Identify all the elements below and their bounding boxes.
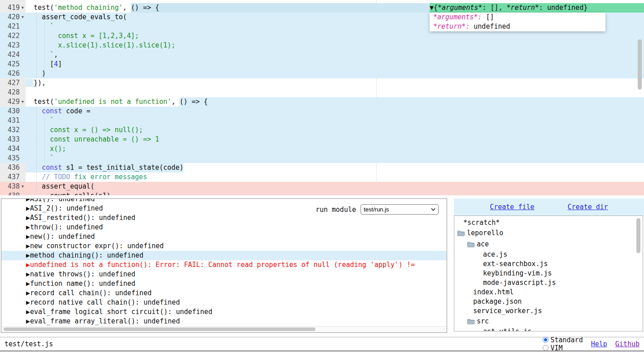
tree-dir-leporello[interactable]: leporello — [454, 228, 643, 239]
code-token — [26, 79, 34, 87]
gutter-cell[interactable]: 437 — [0, 172, 26, 182]
test-result-item-failed[interactable]: ▶undefined is not a function(): Error: F… — [1, 260, 447, 270]
gutter-cell[interactable]: 426 — [0, 69, 26, 78]
code-token: ` — [26, 51, 54, 59]
code-line-424[interactable]: 424 `, — [0, 50, 644, 60]
code-line-426[interactable]: 426 ) — [0, 69, 644, 78]
tree-file-keybinding-vim-js[interactable]: keybinding-vim.js — [454, 269, 643, 278]
test-result-item[interactable]: ▶throw(): undefined — [1, 223, 447, 232]
gutter-cell[interactable]: 425 — [0, 60, 26, 69]
code-token — [26, 164, 42, 172]
tree-file-index-html[interactable]: index.html — [454, 288, 643, 297]
radio-icon[interactable] — [543, 337, 548, 343]
code-line-427[interactable]: 427 }), — [0, 78, 644, 88]
code-line-437[interactable]: 437 // TODO fix error messages — [0, 172, 644, 182]
test-result-item[interactable]: ▶record native call chain(): undefined — [1, 298, 447, 307]
file-tree-scrollbar[interactable] — [636, 218, 640, 253]
fold-arrow-icon[interactable]: ▼ — [20, 3, 26, 13]
gutter-cell[interactable]: 435 — [0, 154, 26, 163]
gutter-cell[interactable]: 433 — [0, 135, 26, 144]
scrollbar-thumb[interactable] — [4, 327, 315, 331]
tree-file-mode-javascript-js[interactable]: mode-javascript.js — [454, 278, 643, 288]
test-result-item[interactable]: ▶new constructor expr(): undefined — [1, 241, 447, 251]
code-line-433[interactable]: 433 const unreachable = () => 1 — [0, 135, 644, 144]
code-line-425[interactable]: 425 [4] — [0, 60, 644, 69]
tree-item-label: ace — [477, 239, 489, 250]
run-module-select[interactable]: test/run.js — [361, 204, 439, 215]
code-line-432[interactable]: 432 const x = () => null(); — [0, 125, 644, 135]
tree-file-service-worker-js[interactable]: service_worker.js — [454, 306, 643, 316]
test-result-item[interactable]: ▶native throws(): undefined — [1, 270, 447, 279]
gutter-cell[interactable]: 438▼ — [0, 182, 26, 191]
mode-option-vim[interactable]: VIM — [543, 344, 583, 352]
test-result-item[interactable]: ▶new(): undefined — [1, 232, 447, 241]
tree-file-package-json[interactable]: package.json — [454, 297, 643, 306]
line-number: 424 — [8, 50, 20, 60]
gutter-cell[interactable]: 422 — [0, 31, 26, 41]
radio-icon[interactable] — [543, 345, 548, 351]
code-token: () => { — [131, 4, 159, 12]
gutter-cell[interactable]: 429▼ — [0, 97, 26, 107]
gutter-cell[interactable]: 427 — [0, 78, 26, 88]
tree-dir-ace[interactable]: ace — [454, 239, 643, 250]
code-line-439[interactable]: 439 count_calls(s1) — [0, 191, 644, 195]
gutter-cell[interactable]: 419▼ — [0, 3, 26, 13]
tooltip-header-text: : undefined} — [539, 4, 587, 12]
gutter-cell[interactable]: 423 — [0, 41, 26, 50]
tooltip-entry[interactable]: *return*: undefined — [433, 22, 605, 31]
fold-arrow-icon[interactable]: ▼ — [20, 97, 26, 107]
create-file-link[interactable]: Create file — [490, 203, 534, 211]
code-line-431[interactable]: 431 ` — [0, 116, 644, 125]
test-result-item[interactable]: ▶method chaining(): undefined — [1, 251, 447, 260]
test-result-item[interactable]: ▶eval_frame array_literal(): undefined — [1, 317, 447, 326]
code-line-435[interactable]: 435 ` — [0, 154, 644, 163]
gutter-cell[interactable]: 432 — [0, 125, 26, 135]
code-line-438[interactable]: 438▼ assert_equal( — [0, 182, 644, 191]
calltree-horizontal-scrollbar[interactable] — [1, 326, 447, 332]
gutter-cell[interactable]: 434 — [0, 144, 26, 154]
code-line-422[interactable]: 422 const x = [1,2,3,4]; — [0, 31, 644, 41]
gutter-cell[interactable]: 420▼ — [0, 13, 26, 22]
help-link[interactable]: Help — [591, 340, 607, 348]
tree-file-ace-js[interactable]: ace.js — [454, 250, 643, 259]
code-editor[interactable]: 419▼ test('method chaining', () => {420▼… — [0, 0, 644, 195]
test-result-item[interactable]: ▶ASI(): undefined — [1, 198, 447, 204]
tooltip-expanded-header[interactable]: ▼{*arguments*: [], *return*: undefined} — [430, 3, 644, 13]
github-link[interactable]: Github — [615, 340, 640, 348]
test-result-item[interactable]: ▶ASI_restrited(): undefined — [1, 213, 447, 223]
fold-arrow-icon[interactable]: ▼ — [20, 182, 26, 191]
folder-icon — [457, 230, 465, 237]
code-token: , — [123, 4, 131, 12]
tree-file--scratch-[interactable]: *scratch* — [454, 218, 643, 228]
code-line-430[interactable]: 430 const code = — [0, 107, 644, 116]
gutter-cell[interactable]: 436 — [0, 163, 26, 172]
tooltip-entry[interactable]: *arguments*: [] — [433, 13, 605, 22]
code-line-436[interactable]: 436 const s1 = test_initial_state(code) — [0, 163, 644, 172]
editor-vertical-scrollbar[interactable] — [638, 39, 642, 90]
test-result-item[interactable]: ▶eval_frame logical short circuit(): und… — [1, 307, 447, 317]
code-text: test('method chaining', — [26, 3, 131, 13]
code-line-434[interactable]: 434 x(); — [0, 144, 644, 154]
test-result-item[interactable]: ▶record call chain(): undefined — [1, 288, 447, 298]
gutter-cell[interactable]: 439 — [0, 191, 26, 195]
tree-file-ast-utils-js[interactable]: ast_utils.js — [454, 327, 643, 331]
tree-dir-src[interactable]: src — [454, 316, 643, 327]
fold-arrow-icon[interactable]: ▼ — [20, 13, 26, 22]
tree-file-ext-searchbox-js[interactable]: ext-searchbox.js — [454, 259, 643, 269]
code-token: s1 = test_initial_state(code) — [62, 164, 183, 172]
tooltip-value: undefined — [470, 22, 510, 30]
gutter-cell[interactable]: 428 — [0, 88, 26, 97]
test-result-item[interactable]: ▶function name(): undefined — [1, 279, 447, 288]
code-line-423[interactable]: 423 x.slice(1).slice(1).slice(1); — [0, 41, 644, 50]
code-token: x(); — [26, 145, 66, 153]
code-token: , — [54, 51, 58, 59]
code-line-428[interactable]: 428 — [0, 88, 644, 97]
create-dir-link[interactable]: Create dir — [568, 203, 608, 211]
gutter-cell[interactable]: 421 — [0, 22, 26, 31]
gutter-cell[interactable]: 431 — [0, 116, 26, 125]
gutter-cell[interactable]: 430 — [0, 107, 26, 116]
gutter-cell[interactable]: 424 — [0, 50, 26, 60]
code-line-429[interactable]: 429▼ test('undefined is not a function',… — [0, 97, 644, 107]
mode-option-standard[interactable]: Standard — [543, 336, 583, 344]
code-token: count_calls(s1) — [26, 192, 111, 195]
